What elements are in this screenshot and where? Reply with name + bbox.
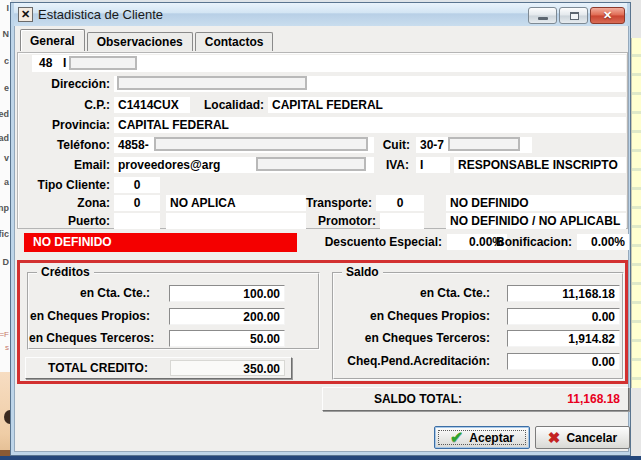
tipo-cliente-field[interactable]: 0 <box>114 177 160 193</box>
bg-text-fragment: ad <box>0 134 9 143</box>
saldo-cheques-terceros-field[interactable]: 1,914.82 <box>507 330 620 347</box>
descuento-label: Descuento Especial: <box>300 235 442 250</box>
client-info-panel: 48 I Dirección: C.P.: C1414CUX Localidad… <box>17 52 628 229</box>
bg-text-fragment: ed <box>0 110 9 119</box>
cancelar-button-label: Cancelar <box>566 431 617 445</box>
saldo-cta-cte-label: en Cta. Cte.: <box>334 285 490 301</box>
credito-cta-cte-field[interactable]: 100.00 <box>169 285 285 302</box>
zona-label: Zona: <box>18 196 110 211</box>
minimize-button[interactable] <box>528 7 557 24</box>
localidad-label: Localidad: <box>168 98 264 113</box>
maximize-icon <box>570 12 579 20</box>
saldo-row: en Cta. Cte.: 11,168.18 <box>334 285 622 302</box>
saldo-cheques-propios-field[interactable]: 0.00 <box>507 308 620 325</box>
titlebar[interactable]: ✕ Estadistica de Cliente ✕ <box>14 3 627 26</box>
saldo-total-panel: SALDO TOTAL: 11,168.18 <box>322 387 629 411</box>
bg-text-fragment: fic <box>0 230 9 239</box>
maximize-button[interactable] <box>559 7 588 24</box>
transporte-label: Transporte: <box>276 196 372 211</box>
aceptar-button-label: Aceptar <box>469 431 514 445</box>
tab-general[interactable]: General <box>20 29 85 51</box>
iva-code-field[interactable]: I <box>416 157 450 173</box>
creditos-row: en Cheques Propios: 200.00 <box>29 308 318 325</box>
saldo-row: Cheq.Pend.Acreditación: 0.00 <box>334 353 622 370</box>
saldo-total-value: 11,168.18 <box>513 392 628 406</box>
cp-label: C.P.: <box>18 98 110 113</box>
minimize-icon <box>538 17 548 20</box>
creditos-row: en Cta. Cte.: 100.00 <box>29 285 318 302</box>
zona-code-field[interactable]: 0 <box>114 195 160 211</box>
transporte-desc-field: NO DEFINIDO <box>446 195 626 211</box>
bg-text-fragment: v <box>4 154 9 163</box>
bg-text-fragment: e <box>4 84 9 93</box>
tab-observaciones[interactable]: Observaciones <box>87 32 193 51</box>
tab-contactos[interactable]: Contactos <box>195 32 274 51</box>
saldo-cheques-propios-label: en Cheques Propios: <box>334 308 490 324</box>
bg-text-fragment: s <box>5 343 9 352</box>
provincia-label: Provincia: <box>18 118 110 133</box>
credito-cheques-terceros-field[interactable]: 50.00 <box>169 330 285 347</box>
puerto-label: Puerto: <box>18 214 110 229</box>
credito-cheques-propios-label: en Cheques Propios: <box>29 308 150 324</box>
bg-text-fragment: =F <box>0 330 9 339</box>
creditos-group: Créditos en Cta. Cte.: 100.00 en Cheques… <box>27 272 320 350</box>
localidad-field[interactable]: CAPITAL FEDERAL <box>268 97 626 113</box>
cancelar-button[interactable]: ✖ Cancelar <box>535 426 630 449</box>
saldo-total-label: SALDO TOTAL: <box>323 392 513 406</box>
bg-text-fragment: I <box>6 4 9 13</box>
redaction-box <box>69 56 137 70</box>
puerto-code-field[interactable] <box>114 213 160 229</box>
credit-saldo-frame: Créditos en Cta. Cte.: 100.00 en Cheques… <box>17 260 628 384</box>
window-title: Estadistica de Cliente <box>38 7 163 22</box>
saldo-group: Saldo en Cta. Cte.: 11,168.18 en Cheques… <box>332 272 624 380</box>
total-credito-label: TOTAL CREDITO: <box>26 361 170 375</box>
saldo-cheques-terceros-label: en Cheques Terceros: <box>334 330 490 346</box>
background-grid-cells <box>631 38 641 388</box>
iva-label: IVA: <box>338 158 409 173</box>
creditos-group-title: Créditos <box>37 265 94 279</box>
telefono-label: Teléfono: <box>18 138 110 153</box>
redaction-box <box>448 137 520 151</box>
screen: I N c e ed ad v a np fic D =F s ✕ Estadi… <box>0 0 641 460</box>
direccion-label: Dirección: <box>18 77 110 92</box>
x-icon: ✖ <box>548 431 561 445</box>
promotor-label: Promotor: <box>280 214 376 229</box>
client-code: 48 <box>39 56 52 70</box>
credito-cheques-terceros-label: en Cheques Terceros: <box>29 330 150 346</box>
redaction-box <box>117 76 307 90</box>
credito-cheques-propios-field[interactable]: 200.00 <box>169 308 285 325</box>
bg-text-fragment: np <box>0 204 9 213</box>
saldo-row: en Cheques Propios: 0.00 <box>334 308 622 325</box>
close-button[interactable]: ✕ <box>590 7 625 24</box>
aceptar-button[interactable]: ✔ Aceptar <box>434 426 530 449</box>
bg-text-fragment: N <box>3 30 10 39</box>
check-icon: ✔ <box>450 431 463 445</box>
background-window-right <box>631 0 641 460</box>
total-credito-value: 350.00 <box>170 360 285 376</box>
client-name-prefix: I <box>63 56 66 70</box>
transporte-code-field[interactable]: 0 <box>376 195 424 211</box>
app-icon: ✕ <box>18 7 33 22</box>
tipo-cliente-label: Tipo Cliente: <box>18 178 110 193</box>
direccion-field[interactable] <box>114 76 626 92</box>
promotor-code-field[interactable] <box>380 213 424 229</box>
estadistica-de-cliente-dialog: ✕ Estadistica de Cliente ✕ General Obser… <box>10 2 631 456</box>
tab-bar: General Observaciones Contactos <box>20 30 275 51</box>
bg-text-fragment: a <box>4 178 9 187</box>
dialog-client-area: General Observaciones Contactos 48 I Dir… <box>14 26 629 452</box>
saldo-group-title: Saldo <box>342 265 383 279</box>
saldo-cta-cte-field[interactable]: 11,168.18 <box>507 285 620 302</box>
email-field[interactable]: proveedores@arg <box>114 157 374 173</box>
email-label: Email: <box>18 158 110 173</box>
cuit-label: Cuit: <box>318 138 410 153</box>
cheq-pend-acreditacion-field[interactable]: 0.00 <box>507 353 620 370</box>
saldo-row: en Cheques Terceros: 1,914.82 <box>334 330 622 347</box>
client-id-field[interactable]: 48 I <box>32 55 626 72</box>
bonificacion-field[interactable]: 0.00% <box>577 234 629 250</box>
status-band: NO DEFINIDO <box>24 233 297 252</box>
background-window-edge <box>0 456 641 460</box>
bonificacion-label: Bonificacion: <box>489 235 572 250</box>
provincia-field[interactable]: CAPITAL FEDERAL <box>114 117 626 133</box>
cuit-field[interactable]: 30-7 <box>416 137 532 153</box>
iva-desc-field: RESPONSABLE INSCRIPTO <box>454 157 626 173</box>
